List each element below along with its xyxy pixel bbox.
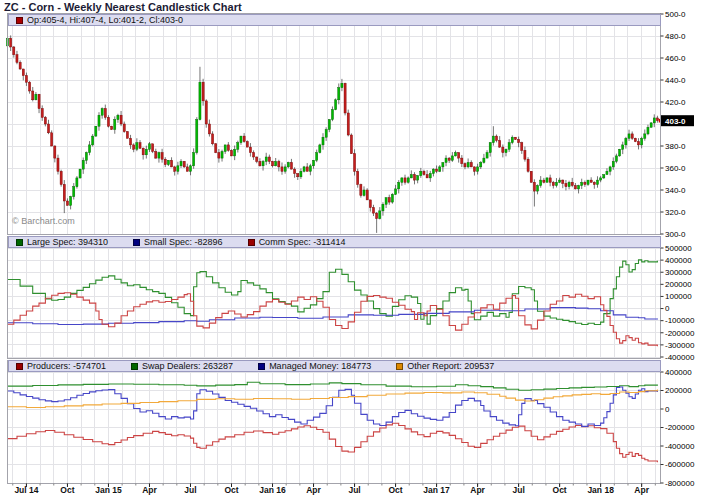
disagg-legend-label-2: Managed Money: 184773 <box>269 361 371 371</box>
x-tick-label: Oct <box>60 485 74 495</box>
svg-text:-200000: -200000 <box>665 423 695 432</box>
x-tick-label: Apr <box>634 485 649 495</box>
x-tick-label: Oct <box>224 485 238 495</box>
svg-text:403-0: 403-0 <box>665 117 686 126</box>
swatch-icon <box>133 239 140 246</box>
ohlc-legend-item-0: Op:405-4, Hi:407-4, Lo:401-2, Cl:403-0 <box>16 15 183 25</box>
y-axis-labels: 500-0480-0460-0440-0420-0380-0360-0340-0… <box>661 10 695 488</box>
spec-legend-item-1: Small Spec: -82896 <box>133 237 223 247</box>
swatch-icon <box>16 363 23 370</box>
disagg-legend-label-0: Producers: -574701 <box>27 361 106 371</box>
disagg-legend-item-3: Other Report: 209537 <box>396 361 494 371</box>
chart-window: ZC - Corn - Weekly Nearest Candlestick C… <box>0 0 720 495</box>
svg-text:100000: 100000 <box>665 292 692 301</box>
svg-text:300-0: 300-0 <box>665 230 686 239</box>
cot-spec-legend: Large Spec: 394310Small Spec: -82896Comm… <box>8 236 661 248</box>
x-tick-label: Jan 15 <box>95 485 122 495</box>
x-tick-label: Jul 14 <box>14 485 38 495</box>
swatch-icon <box>16 239 23 246</box>
x-tick-label: Jan 16 <box>259 485 286 495</box>
svg-text:460-0: 460-0 <box>665 54 686 63</box>
disagg-legend-item-2: Managed Money: 184773 <box>258 361 371 371</box>
disagg-legend-item-0: Producers: -574701 <box>16 361 106 371</box>
svg-text:-400000: -400000 <box>665 442 695 451</box>
x-tick-label: Oct <box>388 485 402 495</box>
disagg-legend-label-1: Swap Dealers: 263287 <box>142 361 233 371</box>
spec-legend-item-0: Large Spec: 394310 <box>16 237 108 247</box>
svg-text:-600000: -600000 <box>665 460 695 469</box>
svg-text:420-0: 420-0 <box>665 98 686 107</box>
svg-text:-800000: -800000 <box>665 479 695 488</box>
price-ohlc-legend: Op:405-4, Hi:407-4, Lo:401-2, Cl:403-0 <box>8 14 661 26</box>
x-tick-label: Jan 18 <box>587 485 614 495</box>
x-tick-label: Jul <box>512 485 524 495</box>
x-axis-labels: Jul 14OctJan 15AprJulOctJan 16AprJulOctJ… <box>13 484 656 495</box>
svg-text:340-0: 340-0 <box>665 186 686 195</box>
spec-legend-label-2: Comm Spec: -311414 <box>259 237 346 247</box>
ohlc-legend-label-0: Op:405-4, Hi:407-4, Lo:401-2, Cl:403-0 <box>27 15 183 25</box>
swatch-icon <box>258 363 265 370</box>
svg-text:-100000: -100000 <box>665 316 695 325</box>
candlestick-series[interactable] <box>6 35 658 233</box>
svg-text:-300000: -300000 <box>665 341 695 350</box>
svg-text:380-0: 380-0 <box>665 142 686 151</box>
grid-lines <box>7 14 661 484</box>
spec-legend-label-1: Small Spec: -82896 <box>144 237 223 247</box>
x-tick-label: Apr <box>142 485 157 495</box>
x-tick-label: Apr <box>306 485 321 495</box>
svg-text:0: 0 <box>665 405 670 414</box>
svg-text:360-0: 360-0 <box>665 164 686 173</box>
spec-legend-label-0: Large Spec: 394310 <box>27 237 108 247</box>
svg-text:200000: 200000 <box>665 280 692 289</box>
svg-text:320-0: 320-0 <box>665 208 686 217</box>
swatch-icon <box>396 363 403 370</box>
x-tick-label: Jul <box>348 485 360 495</box>
svg-text:-400000: -400000 <box>665 353 695 362</box>
svg-text:500-0: 500-0 <box>665 10 686 19</box>
swatch-icon <box>131 363 138 370</box>
svg-text:480-0: 480-0 <box>665 32 686 41</box>
svg-text:500000: 500000 <box>665 244 692 253</box>
svg-text:-200000: -200000 <box>665 329 695 338</box>
x-tick-label: Jul <box>184 485 196 495</box>
svg-text:0: 0 <box>665 304 670 313</box>
x-tick-label: Oct <box>553 485 567 495</box>
spec-legend-item-2: Comm Spec: -311414 <box>248 237 346 247</box>
cot-disagg-legend: Producers: -574701Swap Dealers: 263287Ma… <box>8 360 661 372</box>
svg-text:400000: 400000 <box>665 368 692 377</box>
x-tick-label: Apr <box>470 485 485 495</box>
x-tick-label: Jan 17 <box>423 485 450 495</box>
svg-text:300000: 300000 <box>665 268 692 277</box>
disagg-legend-item-1: Swap Dealers: 263287 <box>131 361 233 371</box>
swatch-icon <box>248 239 255 246</box>
svg-text:440-0: 440-0 <box>665 76 686 85</box>
current-price-tag: 403-0 <box>661 115 694 126</box>
svg-text:400000: 400000 <box>665 256 692 265</box>
svg-text:200000: 200000 <box>665 386 692 395</box>
disagg-legend-label-3: Other Report: 209537 <box>407 361 494 371</box>
watermark: © Barchart.com <box>12 216 75 226</box>
swatch-icon <box>16 17 23 24</box>
